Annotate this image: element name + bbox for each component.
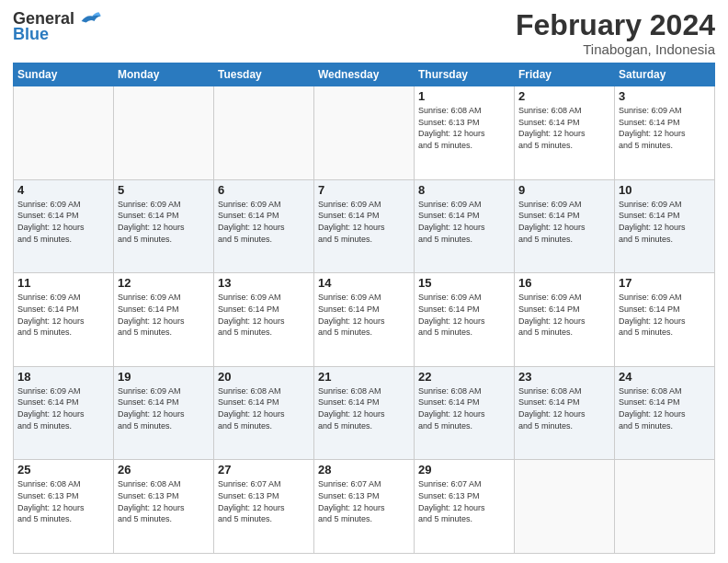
- calendar-cell: 5Sunrise: 6:09 AM Sunset: 6:14 PM Daylig…: [114, 179, 214, 273]
- day-number: 15: [418, 276, 510, 290]
- day-info: Sunrise: 6:09 AM Sunset: 6:14 PM Dayligh…: [218, 292, 310, 338]
- day-info: Sunrise: 6:08 AM Sunset: 6:13 PM Dayligh…: [17, 478, 109, 524]
- day-info: Sunrise: 6:09 AM Sunset: 6:14 PM Dayligh…: [619, 105, 711, 151]
- weekday-header-monday: Monday: [114, 63, 214, 86]
- day-number: 18: [17, 370, 109, 384]
- calendar-cell: 10Sunrise: 6:09 AM Sunset: 6:14 PM Dayli…: [615, 179, 715, 273]
- calendar-week-row-1: 1Sunrise: 6:08 AM Sunset: 6:13 PM Daylig…: [14, 86, 715, 180]
- day-info: Sunrise: 6:09 AM Sunset: 6:14 PM Dayligh…: [418, 199, 510, 245]
- calendar-week-row-4: 18Sunrise: 6:09 AM Sunset: 6:14 PM Dayli…: [14, 366, 715, 460]
- calendar-cell: 29Sunrise: 6:07 AM Sunset: 6:13 PM Dayli…: [415, 460, 515, 554]
- weekday-header-wednesday: Wednesday: [314, 63, 415, 86]
- day-number: 1: [418, 89, 510, 103]
- day-info: Sunrise: 6:07 AM Sunset: 6:13 PM Dayligh…: [218, 478, 310, 524]
- day-number: 2: [518, 89, 610, 103]
- page: General Blue February 2024 Tinabogan, In…: [0, 0, 728, 563]
- calendar-cell: [615, 460, 715, 554]
- day-number: 12: [118, 276, 210, 290]
- calendar-cell: 4Sunrise: 6:09 AM Sunset: 6:14 PM Daylig…: [14, 179, 114, 273]
- day-number: 4: [17, 183, 109, 197]
- calendar-cell: 6Sunrise: 6:09 AM Sunset: 6:14 PM Daylig…: [214, 179, 314, 273]
- calendar-week-row-5: 25Sunrise: 6:08 AM Sunset: 6:13 PM Dayli…: [14, 460, 715, 554]
- calendar-cell: [114, 86, 214, 180]
- calendar-cell: 18Sunrise: 6:09 AM Sunset: 6:14 PM Dayli…: [14, 366, 114, 460]
- weekday-header-friday: Friday: [515, 63, 615, 86]
- day-number: 6: [218, 183, 310, 197]
- title-block: February 2024 Tinabogan, Indonesia: [516, 9, 715, 57]
- day-info: Sunrise: 6:09 AM Sunset: 6:14 PM Dayligh…: [518, 199, 610, 245]
- weekday-header-row: SundayMondayTuesdayWednesdayThursdayFrid…: [14, 63, 715, 86]
- day-info: Sunrise: 6:09 AM Sunset: 6:14 PM Dayligh…: [518, 292, 610, 338]
- calendar-cell: 28Sunrise: 6:07 AM Sunset: 6:13 PM Dayli…: [314, 460, 415, 554]
- day-info: Sunrise: 6:07 AM Sunset: 6:13 PM Dayligh…: [318, 478, 410, 524]
- day-info: Sunrise: 6:08 AM Sunset: 6:14 PM Dayligh…: [318, 385, 410, 431]
- calendar-cell: 27Sunrise: 6:07 AM Sunset: 6:13 PM Dayli…: [214, 460, 314, 554]
- calendar-week-row-2: 4Sunrise: 6:09 AM Sunset: 6:14 PM Daylig…: [14, 179, 715, 273]
- calendar-cell: 8Sunrise: 6:09 AM Sunset: 6:14 PM Daylig…: [415, 179, 515, 273]
- day-info: Sunrise: 6:09 AM Sunset: 6:14 PM Dayligh…: [218, 199, 310, 245]
- day-info: Sunrise: 6:08 AM Sunset: 6:14 PM Dayligh…: [418, 385, 510, 431]
- day-number: 7: [318, 183, 410, 197]
- weekday-header-tuesday: Tuesday: [214, 63, 314, 86]
- calendar-cell: 22Sunrise: 6:08 AM Sunset: 6:14 PM Dayli…: [415, 366, 515, 460]
- calendar-cell: 26Sunrise: 6:08 AM Sunset: 6:13 PM Dayli…: [114, 460, 214, 554]
- calendar-cell: 9Sunrise: 6:09 AM Sunset: 6:14 PM Daylig…: [515, 179, 615, 273]
- day-number: 22: [418, 370, 510, 384]
- calendar-cell: [515, 460, 615, 554]
- day-number: 19: [118, 370, 210, 384]
- subtitle: Tinabogan, Indonesia: [516, 41, 715, 57]
- day-number: 26: [118, 463, 210, 477]
- day-number: 9: [518, 183, 610, 197]
- day-info: Sunrise: 6:09 AM Sunset: 6:14 PM Dayligh…: [318, 292, 410, 338]
- day-info: Sunrise: 6:09 AM Sunset: 6:14 PM Dayligh…: [17, 292, 109, 338]
- day-number: 24: [619, 370, 711, 384]
- day-number: 25: [17, 463, 109, 477]
- calendar-cell: [214, 86, 314, 180]
- calendar-cell: 3Sunrise: 6:09 AM Sunset: 6:14 PM Daylig…: [615, 86, 715, 180]
- day-info: Sunrise: 6:08 AM Sunset: 6:14 PM Dayligh…: [518, 385, 610, 431]
- weekday-header-saturday: Saturday: [615, 63, 715, 86]
- calendar-cell: 11Sunrise: 6:09 AM Sunset: 6:14 PM Dayli…: [14, 273, 114, 367]
- day-info: Sunrise: 6:08 AM Sunset: 6:14 PM Dayligh…: [619, 385, 711, 431]
- day-info: Sunrise: 6:09 AM Sunset: 6:14 PM Dayligh…: [619, 199, 711, 245]
- day-info: Sunrise: 6:09 AM Sunset: 6:14 PM Dayligh…: [418, 292, 510, 338]
- calendar-cell: 25Sunrise: 6:08 AM Sunset: 6:13 PM Dayli…: [14, 460, 114, 554]
- day-number: 8: [418, 183, 510, 197]
- calendar-cell: 24Sunrise: 6:08 AM Sunset: 6:14 PM Dayli…: [615, 366, 715, 460]
- day-number: 20: [218, 370, 310, 384]
- calendar-cell: 14Sunrise: 6:09 AM Sunset: 6:14 PM Dayli…: [314, 273, 415, 367]
- calendar-cell: 16Sunrise: 6:09 AM Sunset: 6:14 PM Dayli…: [515, 273, 615, 367]
- calendar-cell: 17Sunrise: 6:09 AM Sunset: 6:14 PM Dayli…: [615, 273, 715, 367]
- calendar-cell: [314, 86, 415, 180]
- day-info: Sunrise: 6:09 AM Sunset: 6:14 PM Dayligh…: [118, 292, 210, 338]
- day-number: 5: [118, 183, 210, 197]
- weekday-header-sunday: Sunday: [14, 63, 114, 86]
- day-info: Sunrise: 6:08 AM Sunset: 6:14 PM Dayligh…: [218, 385, 310, 431]
- day-info: Sunrise: 6:08 AM Sunset: 6:13 PM Dayligh…: [118, 478, 210, 524]
- calendar-cell: 23Sunrise: 6:08 AM Sunset: 6:14 PM Dayli…: [515, 366, 615, 460]
- day-info: Sunrise: 6:09 AM Sunset: 6:14 PM Dayligh…: [318, 199, 410, 245]
- logo-bird-icon: [76, 9, 102, 29]
- calendar-cell: 13Sunrise: 6:09 AM Sunset: 6:14 PM Dayli…: [214, 273, 314, 367]
- day-info: Sunrise: 6:09 AM Sunset: 6:14 PM Dayligh…: [17, 385, 109, 431]
- day-number: 28: [318, 463, 410, 477]
- day-number: 23: [518, 370, 610, 384]
- day-info: Sunrise: 6:08 AM Sunset: 6:13 PM Dayligh…: [418, 105, 510, 151]
- logo-text-blue: Blue: [13, 26, 49, 44]
- day-number: 29: [418, 463, 510, 477]
- calendar-cell: 19Sunrise: 6:09 AM Sunset: 6:14 PM Dayli…: [114, 366, 214, 460]
- day-number: 11: [17, 276, 109, 290]
- day-info: Sunrise: 6:07 AM Sunset: 6:13 PM Dayligh…: [418, 478, 510, 524]
- day-info: Sunrise: 6:09 AM Sunset: 6:14 PM Dayligh…: [118, 385, 210, 431]
- day-number: 10: [619, 183, 711, 197]
- day-number: 3: [619, 89, 711, 103]
- calendar-cell: 12Sunrise: 6:09 AM Sunset: 6:14 PM Dayli…: [114, 273, 214, 367]
- calendar-cell: [14, 86, 114, 180]
- calendar-table: SundayMondayTuesdayWednesdayThursdayFrid…: [13, 63, 715, 554]
- calendar-cell: 7Sunrise: 6:09 AM Sunset: 6:14 PM Daylig…: [314, 179, 415, 273]
- main-title: February 2024: [516, 9, 715, 41]
- calendar-cell: 2Sunrise: 6:08 AM Sunset: 6:14 PM Daylig…: [515, 86, 615, 180]
- day-info: Sunrise: 6:09 AM Sunset: 6:14 PM Dayligh…: [619, 292, 711, 338]
- day-info: Sunrise: 6:08 AM Sunset: 6:14 PM Dayligh…: [518, 105, 610, 151]
- day-number: 13: [218, 276, 310, 290]
